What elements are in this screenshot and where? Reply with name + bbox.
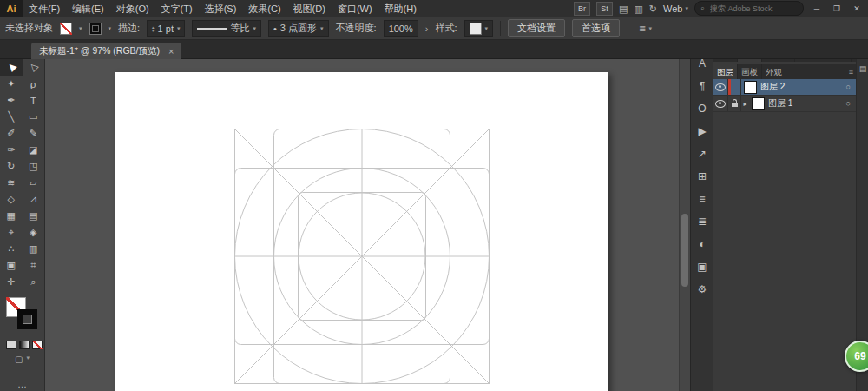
chevron-down-icon[interactable]: ▾: [485, 25, 489, 32]
opacity-field[interactable]: 100%: [384, 20, 418, 37]
actions-panel-icon[interactable]: ▶: [691, 120, 713, 142]
mesh-tool[interactable]: ▦: [0, 208, 23, 224]
document-tab[interactable]: 未标题-1* @ 97% (RGB/预览) ×: [31, 43, 181, 59]
gradient-tool[interactable]: ▤: [23, 208, 45, 224]
sync-icon[interactable]: ↻: [649, 3, 657, 15]
chevron-down-icon[interactable]: ▾: [320, 25, 324, 32]
scale-tool[interactable]: ◳: [23, 158, 45, 175]
lock-toggle[interactable]: [728, 96, 741, 111]
bridge-button[interactable]: Br: [574, 2, 590, 16]
draw-normal-icon[interactable]: ▢: [15, 355, 23, 364]
free-transform-tool[interactable]: ▱: [23, 175, 45, 191]
hand-tool[interactable]: ✛: [0, 274, 23, 290]
color-guide-panel-icon[interactable]: ◐: [691, 233, 713, 255]
tab-artboards[interactable]: 画板: [738, 64, 762, 79]
disclosure-triangle-icon[interactable]: ▸: [741, 100, 749, 108]
scrollbar-thumb[interactable]: [681, 214, 688, 287]
rectangle-tool[interactable]: ▭: [23, 109, 45, 125]
type-tool[interactable]: T: [23, 92, 45, 109]
magic-wand-tool[interactable]: ✦: [0, 76, 23, 92]
layer-row[interactable]: ▸ 图层 1 ○: [713, 96, 856, 112]
visibility-toggle[interactable]: [713, 79, 728, 95]
width-tool[interactable]: ≋: [0, 175, 23, 191]
layer-name[interactable]: 图层 2: [760, 81, 846, 93]
control-panel-menu-icon[interactable]: ≣▾: [639, 23, 652, 33]
graphic-style-dropdown[interactable]: ▾: [464, 20, 494, 37]
menu-object[interactable]: 对象(O): [110, 0, 155, 17]
visibility-toggle[interactable]: [713, 96, 728, 111]
layer-thumbnail[interactable]: [744, 81, 757, 94]
paintbrush-tool[interactable]: ✐: [0, 125, 23, 142]
tools-settings-panel-icon[interactable]: ⚙: [691, 278, 713, 301]
eyedropper-tool[interactable]: ⌖: [0, 224, 23, 241]
stock-search[interactable]: ⌕: [694, 1, 804, 16]
brush-definition-dropdown[interactable]: • 3 点圆形 ▾: [268, 20, 329, 37]
target-circle-icon[interactable]: ○: [846, 99, 851, 108]
layer-row[interactable]: 图层 2 ○: [713, 79, 856, 96]
stock-search-input[interactable]: [708, 3, 790, 14]
minimize-button[interactable]: ─: [810, 0, 824, 17]
pen-tool[interactable]: ✒: [0, 92, 23, 109]
document-layout-icon[interactable]: ▥: [634, 3, 642, 15]
menu-file[interactable]: 文件(F): [23, 0, 66, 17]
direct-selection-tool[interactable]: ▷: [23, 59, 45, 76]
stock-button[interactable]: St: [596, 2, 613, 16]
blend-tool[interactable]: ◈: [23, 224, 45, 241]
gradient-button[interactable]: [19, 341, 30, 349]
zoom-tool[interactable]: ⌕: [23, 274, 45, 290]
restore-button[interactable]: ❐: [830, 0, 844, 17]
chevron-down-icon[interactable]: ▾: [177, 25, 181, 32]
perspective-grid-tool[interactable]: ⊿: [23, 191, 45, 208]
slice-tool[interactable]: ⌗: [23, 257, 45, 274]
panel-menu-icon[interactable]: ≡: [846, 64, 856, 79]
workspace-switcher[interactable]: Web ▾: [663, 3, 688, 14]
menu-effect[interactable]: 效果(C): [242, 0, 286, 17]
arrange-documents-icon[interactable]: ▤: [619, 3, 628, 15]
panel-rows-icon[interactable]: ▤: [859, 64, 867, 73]
line-segment-tool[interactable]: ╲: [0, 109, 23, 125]
layer-name[interactable]: 图层 1: [768, 97, 846, 109]
stroke-panel-icon[interactable]: ≡: [691, 188, 713, 210]
tab-close-icon[interactable]: ×: [168, 46, 174, 56]
menu-edit[interactable]: 编辑(E): [66, 0, 110, 17]
toolbar-overflow-icon[interactable]: …: [0, 379, 44, 389]
menu-select[interactable]: 选择(S): [199, 0, 243, 17]
column-graph-tool[interactable]: ▥: [23, 241, 45, 257]
chevron-down-icon[interactable]: ▾: [253, 25, 256, 32]
symbol-sprayer-tool[interactable]: ∴: [0, 241, 23, 257]
stepper-arrows-icon[interactable]: ▴▾: [152, 25, 155, 32]
selection-tool[interactable]: ▶: [0, 59, 23, 76]
layer-thumbnail[interactable]: [752, 97, 765, 110]
rotate-tool[interactable]: ↻: [0, 158, 23, 175]
lasso-tool[interactable]: ϱ: [23, 76, 45, 92]
stroke-weight-stepper[interactable]: ▴▾ 1 pt ▾: [147, 20, 185, 37]
color-button[interactable]: [6, 341, 16, 349]
vertical-scrollbar[interactable]: [679, 59, 690, 391]
fill-caret-icon[interactable]: ▾: [79, 25, 82, 32]
pencil-tool[interactable]: ✎: [23, 125, 45, 142]
menu-help[interactable]: 帮助(H): [378, 0, 423, 17]
close-button[interactable]: ✕: [850, 0, 864, 17]
preferences-button[interactable]: 首选项: [572, 19, 620, 37]
width-profile-dropdown[interactable]: 等比 ▾: [192, 20, 261, 37]
none-button[interactable]: [32, 341, 43, 349]
appearance-panel-icon[interactable]: ≣: [691, 210, 713, 233]
export-panel-icon[interactable]: ↗: [691, 142, 713, 165]
menu-view[interactable]: 视图(D): [287, 0, 332, 17]
menu-type[interactable]: 文字(T): [155, 0, 199, 17]
fill-swatch[interactable]: [60, 23, 72, 35]
paragraph-panel-icon[interactable]: ¶: [691, 75, 713, 97]
tab-layers[interactable]: 图层: [713, 64, 738, 79]
chevron-down-icon[interactable]: ▾: [26, 355, 30, 364]
tab-appearance[interactable]: 外观: [762, 64, 786, 79]
stroke-swatch[interactable]: [89, 23, 102, 35]
symbols-panel-icon[interactable]: ⊞: [691, 165, 713, 188]
swatches-panel-icon[interactable]: ▣: [691, 255, 713, 278]
artboard-tool[interactable]: ▣: [0, 257, 23, 274]
opentype-panel-icon[interactable]: O: [691, 97, 713, 120]
opacity-more-icon[interactable]: ›: [425, 23, 429, 35]
shape-builder-tool[interactable]: ◇: [0, 191, 23, 208]
document-setup-button[interactable]: 文档设置: [508, 19, 565, 37]
target-circle-icon[interactable]: ○: [846, 83, 851, 91]
eraser-tool[interactable]: ◪: [23, 142, 45, 158]
